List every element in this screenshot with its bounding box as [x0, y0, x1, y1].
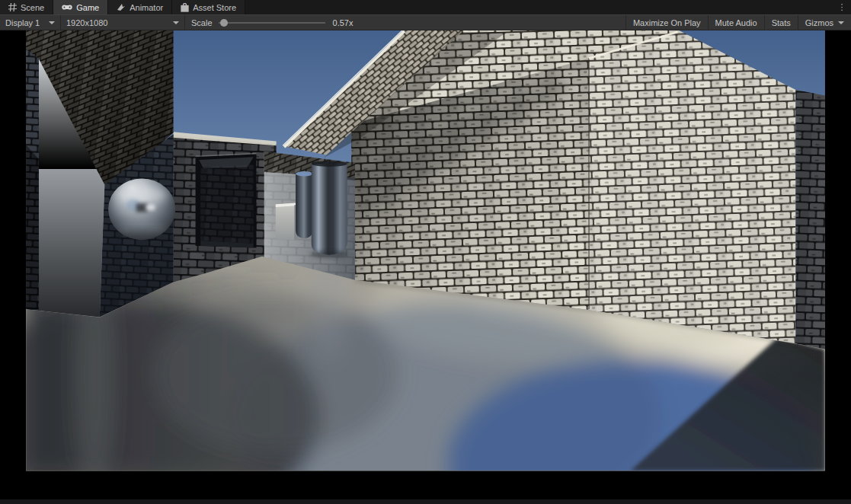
scale-slider-track[interactable] [219, 22, 325, 24]
stats-label: Stats [772, 18, 791, 27]
tab-animator[interactable]: Animator [108, 0, 172, 14]
tab-animator-label: Animator [130, 3, 163, 12]
game-toolbar: Display 1 1920x1080 Scale 0.57x Maximize… [0, 14, 851, 30]
tab-bar: Scene Game Animator [0, 0, 851, 14]
game-gamepad-icon [62, 3, 72, 11]
viewport-bottom-edge [0, 499, 851, 504]
tab-scene-label: Scene [21, 3, 44, 12]
kebab-menu-icon[interactable]: ⋮ [833, 0, 851, 14]
left-edge-wall [26, 49, 39, 311]
dropdown-caret-icon [49, 21, 55, 24]
scale-label: Scale [191, 18, 213, 27]
gizmos-dropdown[interactable]: Gizmos [798, 15, 851, 30]
display-dropdown-label: Display 1 [5, 18, 40, 27]
mute-audio-label: Mute Audio [715, 18, 757, 27]
asset-store-bag-icon [181, 3, 189, 12]
dropdown-caret-icon [838, 21, 844, 24]
maximize-on-play-label: Maximize On Play [633, 18, 701, 27]
metal-cylinder [310, 161, 349, 257]
scale-slider[interactable] [219, 18, 325, 27]
display-dropdown[interactable]: Display 1 [0, 15, 61, 30]
scale-value: 0.57x [333, 18, 354, 27]
dropdown-caret-icon [173, 21, 179, 24]
small-cylinder [296, 171, 313, 238]
tab-game-label: Game [76, 3, 99, 12]
mute-audio-button[interactable]: Mute Audio [708, 15, 764, 30]
animator-icon [117, 3, 126, 11]
tab-scene[interactable]: Scene [0, 0, 53, 14]
game-render-area[interactable] [0, 30, 851, 499]
unity-game-window: Scene Game Animator [0, 0, 851, 504]
tab-game[interactable]: Game [53, 0, 108, 14]
scene-grid-icon [8, 3, 17, 11]
resolution-dropdown[interactable]: 1920x1080 [61, 15, 185, 30]
maximize-on-play-button[interactable]: Maximize On Play [625, 15, 708, 30]
gray-box [276, 203, 299, 240]
resolution-dropdown-label: 1920x1080 [66, 18, 107, 27]
toolbar-right-buttons: Maximize On Play Mute Audio Stats Gizmos [625, 15, 851, 30]
tab-asset-store[interactable]: Asset Store [172, 0, 245, 14]
scale-slider-knob[interactable] [220, 19, 228, 27]
gizmos-label: Gizmos [805, 18, 833, 27]
far-right-wall [795, 90, 825, 356]
tab-asset-store-label: Asset Store [193, 3, 236, 12]
rendered-scene [0, 30, 851, 499]
scale-control: Scale 0.57x [185, 18, 359, 27]
tab-bar-spacer [245, 0, 833, 14]
stats-button[interactable]: Stats [764, 15, 798, 30]
